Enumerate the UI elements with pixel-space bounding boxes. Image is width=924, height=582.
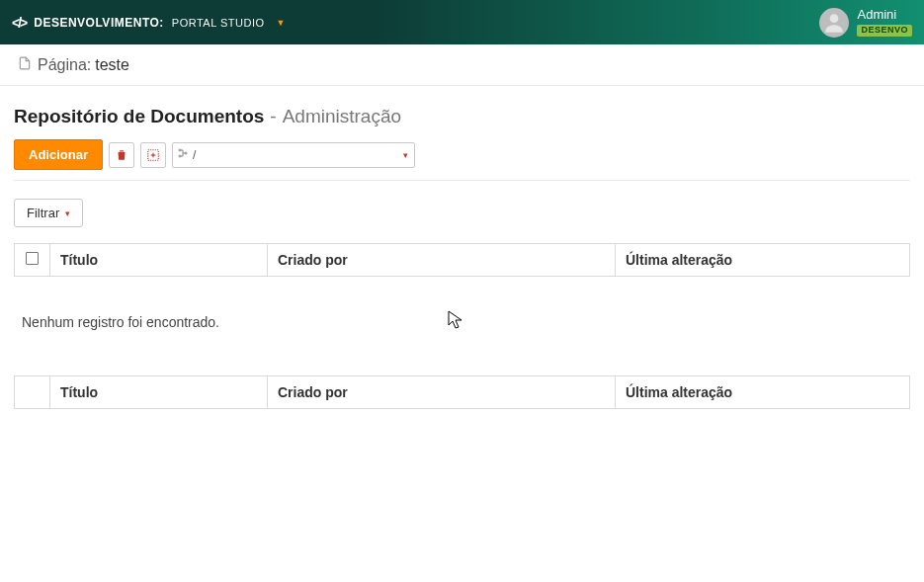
- col-last-modified-footer: Última alteração: [616, 376, 910, 409]
- environment-label: DESENVOLVIMENTO:: [34, 16, 164, 30]
- page-icon: [18, 56, 32, 73]
- page-prefix: Página:: [38, 56, 91, 74]
- user-name: Admini: [857, 8, 912, 22]
- col-title[interactable]: Título: [50, 244, 268, 277]
- col-created-by-footer: Criado por: [268, 376, 616, 409]
- title-main: Repositório de Documentos: [14, 106, 264, 127]
- page-bar: Página: teste: [0, 44, 924, 86]
- path-select-value: /: [193, 148, 196, 162]
- select-all-cell[interactable]: [15, 244, 50, 277]
- table-footer-row: Título Criado por Última alteração: [15, 376, 910, 409]
- user-text: Admini DESENVO: [857, 8, 912, 36]
- col-title-footer: Título: [50, 376, 268, 409]
- user-env-badge: DESENVO: [857, 25, 912, 37]
- filter-row: Filtrar ▾: [14, 199, 910, 227]
- page-name: teste: [95, 56, 129, 74]
- empty-message: Nenhum registro foi encontrado.: [14, 277, 910, 360]
- chevron-down-icon: ▾: [403, 150, 408, 160]
- col-created-by[interactable]: Criado por: [268, 244, 616, 277]
- chevron-down-icon: ▾: [65, 208, 70, 218]
- filter-label: Filtrar: [27, 206, 59, 220]
- svg-point-5: [179, 155, 181, 157]
- checkbox-icon: [26, 252, 39, 265]
- data-table-footer: Título Criado por Última alteração: [14, 375, 910, 409]
- table-header-row: Título Criado por Última alteração: [15, 244, 910, 277]
- delete-button[interactable]: [109, 142, 134, 168]
- add-button[interactable]: Adicionar: [14, 139, 103, 170]
- svg-point-0: [830, 14, 839, 23]
- toolbar: Adicionar / ▾: [14, 139, 910, 181]
- top-header: </> DESENVOLVIMENTO: PORTAL STUDIO ▼ Adm…: [0, 0, 924, 44]
- title-sub: Administração: [283, 106, 401, 127]
- structure-icon: [177, 146, 189, 163]
- portal-dropdown-caret[interactable]: ▼: [277, 18, 286, 28]
- user-area[interactable]: Admini DESENVO: [819, 8, 912, 38]
- content: Repositório de Documentos - Administraçã…: [0, 86, 924, 409]
- code-icon: </>: [12, 15, 26, 31]
- header-left: </> DESENVOLVIMENTO: PORTAL STUDIO ▼: [12, 15, 285, 31]
- add-item-button[interactable]: [140, 142, 166, 168]
- portal-name: PORTAL STUDIO: [172, 17, 265, 29]
- title-separator: -: [270, 106, 276, 127]
- path-select[interactable]: / ▾: [172, 142, 415, 168]
- page-title: Repositório de Documentos - Administraçã…: [14, 106, 910, 127]
- svg-point-6: [185, 152, 187, 154]
- filter-button[interactable]: Filtrar ▾: [14, 199, 83, 227]
- footer-blank-cell: [15, 376, 50, 409]
- avatar: [819, 8, 849, 38]
- col-last-modified[interactable]: Última alteração: [616, 244, 910, 277]
- svg-point-4: [179, 149, 181, 151]
- data-table-header: Título Criado por Última alteração: [14, 243, 910, 277]
